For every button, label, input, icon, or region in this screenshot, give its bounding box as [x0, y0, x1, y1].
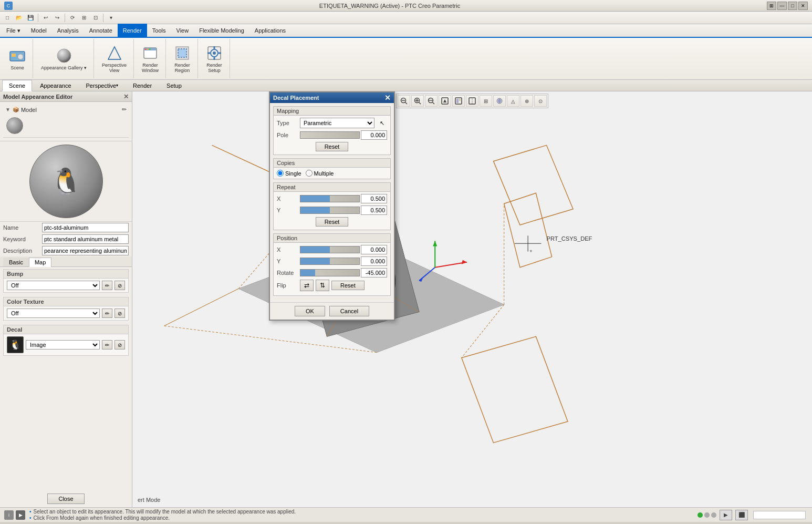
single-radio[interactable]: Single	[277, 170, 301, 177]
position-y-value[interactable]	[361, 256, 387, 266]
bump-dropdown[interactable]: Off	[7, 281, 100, 290]
more-btn[interactable]: ▾	[106, 13, 116, 23]
display-style-btn[interactable]	[493, 95, 506, 107]
dialog-close-button[interactable]: ✕	[384, 94, 391, 101]
expand-icon[interactable]: ⊞	[767, 2, 776, 10]
zoom-fit-btn[interactable]	[425, 95, 438, 107]
position-x-value[interactable]	[361, 245, 387, 254]
zoom-out-btn[interactable]	[398, 95, 410, 107]
pole-slider-area	[300, 130, 387, 140]
perspective-view-button[interactable]: PerspectiveView	[98, 43, 130, 75]
edit-icon[interactable]: ✏	[122, 106, 127, 113]
ctx-tab-setup[interactable]: Setup	[160, 80, 189, 91]
regen-btn[interactable]: ⟳	[67, 13, 78, 23]
ctx-tab-perspective[interactable]: Perspective	[79, 80, 125, 91]
keyword-input[interactable]	[42, 234, 129, 244]
svg-point-2	[18, 54, 23, 59]
svg-line-5	[108, 47, 114, 59]
menu-flexible-modeling[interactable]: Flexible Modeling	[194, 24, 249, 37]
mapping-reset-button[interactable]: Reset	[316, 142, 349, 151]
render-region-button[interactable]: RenderRegion	[170, 43, 194, 75]
multiple-radio-input[interactable]	[306, 170, 313, 177]
render-window-button[interactable]: RenderWindow	[138, 43, 162, 75]
ok-button[interactable]: OK	[295, 306, 325, 316]
status-record-btn[interactable]: ⬛	[735, 510, 748, 520]
ribbon-group-scene: Scene	[2, 39, 33, 78]
flip-v-btn[interactable]: ⇅	[316, 280, 329, 291]
cursor-icon[interactable]: ↖	[377, 118, 387, 128]
ops-btn[interactable]: ⊡	[90, 13, 101, 23]
window-controls[interactable]: ⊞ — □ ✕	[767, 2, 808, 10]
menu-file[interactable]: File ▾	[1, 24, 26, 37]
orient-btn[interactable]	[439, 95, 451, 107]
perspective-toggle-btn[interactable]: ◬	[507, 95, 519, 107]
minimize-button[interactable]: —	[777, 2, 787, 10]
menu-model[interactable]: Model	[26, 24, 52, 37]
feature-btn[interactable]: ⊞	[79, 13, 89, 23]
new-btn[interactable]: □	[2, 13, 13, 23]
type-select[interactable]: Parametric Planar Cylindrical Spherical	[300, 118, 374, 128]
color-texture-dropdown[interactable]: Off	[7, 309, 100, 318]
position-x-slider[interactable]	[300, 246, 360, 253]
repeat-x-value[interactable]	[361, 194, 387, 203]
undo-btn[interactable]: ↩	[40, 13, 51, 23]
tab-basic[interactable]: Basic	[3, 258, 29, 266]
pole-value[interactable]	[361, 130, 387, 140]
layer-btn[interactable]: ⊞	[480, 95, 492, 107]
named-view-btn[interactable]	[452, 95, 465, 107]
repeat-y-slider[interactable]	[300, 207, 360, 214]
ctx-tab-render[interactable]: Render	[126, 80, 159, 91]
decal-reset-btn[interactable]: ⊘	[114, 340, 125, 350]
position-y-slider[interactable]	[300, 258, 360, 265]
menu-analysis[interactable]: Analysis	[52, 24, 84, 37]
menu-view[interactable]: View	[171, 24, 194, 37]
tab-map[interactable]: Map	[29, 258, 51, 267]
close-button[interactable]: ✕	[798, 2, 808, 10]
description-input[interactable]	[42, 246, 129, 255]
save-btn[interactable]: 💾	[25, 13, 36, 23]
viewport-toolbar: ⊞ ◬ ⊕ ⊙	[396, 94, 548, 108]
decal-dropdown[interactable]: Image	[26, 340, 100, 350]
rotate-slider[interactable]	[300, 269, 360, 276]
menu-render[interactable]: Render	[118, 24, 147, 37]
name-input[interactable]	[42, 223, 129, 232]
flip-h-btn[interactable]: ⇄	[300, 280, 314, 291]
ctx-tab-appearance[interactable]: Appearance	[33, 80, 78, 91]
menu-tools[interactable]: Tools	[147, 24, 171, 37]
render-setup-button[interactable]: RenderSetup	[202, 43, 226, 75]
annotation-toggle-btn[interactable]: ⊙	[534, 95, 547, 107]
decal-edit-btn[interactable]: ✏	[102, 340, 112, 350]
perspective-icon	[106, 45, 123, 61]
multiple-radio[interactable]: Multiple	[306, 170, 334, 177]
appearance-gallery-button[interactable]: Appearance Gallery ▾	[37, 45, 90, 73]
maximize-button[interactable]: □	[788, 2, 797, 10]
rotate-value[interactable]	[361, 268, 387, 278]
ctx-tab-scene[interactable]: Scene	[2, 80, 32, 91]
zoom-in-btn[interactable]	[411, 95, 424, 107]
position-reset-button[interactable]: Reset	[331, 281, 365, 290]
single-radio-input[interactable]	[277, 170, 284, 177]
open-btn[interactable]: 📂	[14, 13, 24, 23]
datum-toggle-btn[interactable]: ⊕	[520, 95, 533, 107]
viewport-3d[interactable]: PRT_CSYS_DEF + ert Mode	[132, 91, 812, 507]
status-play-btn[interactable]: ▶	[720, 510, 732, 520]
left-panel: Model Appearance Editor ✕ ▼ 📦 Model ✏ 🐧	[0, 91, 132, 507]
panel-close-x[interactable]: ✕	[123, 93, 129, 100]
cancel-button[interactable]: Cancel	[329, 306, 369, 316]
menu-applications[interactable]: Applications	[249, 24, 291, 37]
bump-edit-btn[interactable]: ✏	[102, 281, 112, 290]
repeat-x-slider[interactable]	[300, 195, 360, 202]
section-view-btn[interactable]	[466, 95, 478, 107]
redo-btn[interactable]: ↪	[52, 13, 63, 23]
color-texture-reset-btn[interactable]: ⊘	[114, 309, 125, 318]
panel-close-button[interactable]: Close	[47, 494, 84, 504]
bump-reset-btn[interactable]: ⊘	[114, 281, 125, 290]
pole-slider[interactable]	[300, 131, 360, 139]
menu-annotate[interactable]: Annotate	[84, 24, 118, 37]
repeat-reset-button[interactable]: Reset	[316, 217, 349, 227]
color-texture-edit-btn[interactable]: ✏	[102, 309, 112, 318]
model-tree-item[interactable]: ▼ 📦 Model ✏	[3, 105, 129, 114]
repeat-y-value[interactable]	[361, 206, 387, 215]
decal-placement-dialog[interactable]: Decal Placement ✕ Mapping Type Parametri…	[269, 91, 395, 321]
scene-button[interactable]: Scene	[5, 45, 29, 73]
